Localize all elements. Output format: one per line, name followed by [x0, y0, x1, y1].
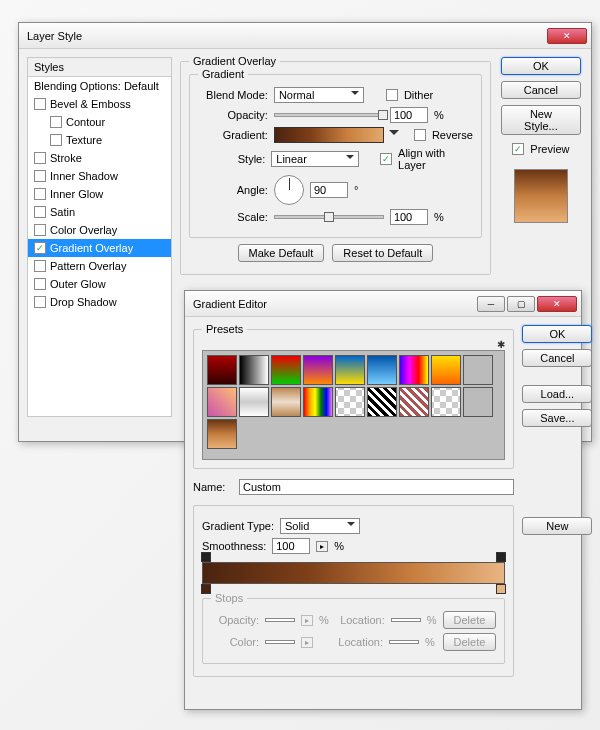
preset-swatch[interactable] — [463, 355, 493, 385]
stop-location-label: Location: — [335, 614, 385, 626]
opacity-label: Opacity: — [198, 109, 268, 121]
checkbox[interactable] — [34, 296, 46, 308]
styles-list: Styles Blending Options: Default Bevel &… — [27, 57, 172, 417]
styles-header[interactable]: Styles — [28, 58, 171, 77]
preset-swatch[interactable] — [463, 387, 493, 417]
preset-swatch[interactable] — [399, 387, 429, 417]
angle-wheel[interactable] — [274, 175, 304, 205]
gradient-type-dropdown[interactable]: Solid — [280, 518, 360, 534]
new-style-button[interactable]: New Style... — [501, 105, 581, 135]
checkbox[interactable] — [34, 188, 46, 200]
style-item-gradient-overlay[interactable]: Gradient Overlay — [28, 239, 171, 257]
angle-input[interactable]: 90 — [310, 182, 348, 198]
preset-swatch[interactable] — [239, 355, 269, 385]
checkbox[interactable] — [34, 206, 46, 218]
reverse-checkbox[interactable] — [414, 129, 426, 141]
color-stop[interactable] — [201, 584, 211, 594]
preset-swatch[interactable] — [207, 387, 237, 417]
checkbox[interactable] — [34, 152, 46, 164]
preset-swatch[interactable] — [303, 355, 333, 385]
gradient-preview[interactable] — [274, 127, 384, 143]
stop-location-input — [389, 640, 419, 644]
style-item-bevel[interactable]: Bevel & Emboss — [28, 95, 171, 113]
cancel-button[interactable]: Cancel — [522, 349, 592, 367]
ok-button[interactable]: OK — [522, 325, 592, 343]
checkbox[interactable] — [34, 260, 46, 272]
ok-button[interactable]: OK — [501, 57, 581, 75]
preset-swatch[interactable] — [207, 419, 237, 449]
preset-swatch[interactable] — [335, 355, 365, 385]
stops-group: Stops Opacity: ▸ % Location: % Delete Co… — [202, 598, 505, 664]
chevron-right-icon[interactable]: ▸ — [316, 541, 328, 552]
layer-style-titlebar[interactable]: Layer Style ✕ — [19, 23, 591, 49]
smoothness-input[interactable]: 100 — [272, 538, 310, 554]
blending-options-item[interactable]: Blending Options: Default — [28, 77, 171, 95]
gradient-type-label: Gradient Type: — [202, 520, 274, 532]
close-icon[interactable]: ✕ — [547, 28, 587, 44]
style-item-pattern-overlay[interactable]: Pattern Overlay — [28, 257, 171, 275]
gradient-editor-titlebar[interactable]: Gradient Editor ─ ▢ ✕ — [185, 291, 581, 317]
gradient-legend: Gradient — [198, 68, 248, 80]
cancel-button[interactable]: Cancel — [501, 81, 581, 99]
blend-mode-label: Blend Mode: — [198, 89, 268, 101]
opacity-stop[interactable] — [201, 552, 211, 562]
preset-swatch[interactable] — [271, 387, 301, 417]
stop-color-label: Color: — [211, 636, 259, 648]
style-item-color-overlay[interactable]: Color Overlay — [28, 221, 171, 239]
style-item-contour[interactable]: Contour — [28, 113, 171, 131]
checkbox[interactable] — [34, 278, 46, 290]
preset-swatch[interactable] — [271, 355, 301, 385]
dither-checkbox[interactable] — [386, 89, 398, 101]
scale-slider[interactable] — [274, 215, 384, 219]
style-dropdown[interactable]: Linear — [271, 151, 359, 167]
align-label: Align with Layer — [398, 147, 473, 171]
style-item-satin[interactable]: Satin — [28, 203, 171, 221]
preset-swatch[interactable] — [399, 355, 429, 385]
style-item-stroke[interactable]: Stroke — [28, 149, 171, 167]
opacity-input[interactable]: 100 — [390, 107, 428, 123]
blend-mode-dropdown[interactable]: Normal — [274, 87, 364, 103]
checkbox[interactable] — [34, 242, 46, 254]
preset-grid[interactable] — [202, 350, 505, 460]
style-item-inner-glow[interactable]: Inner Glow — [28, 185, 171, 203]
scale-label: Scale: — [198, 211, 268, 223]
checkbox[interactable] — [50, 116, 62, 128]
align-checkbox[interactable] — [380, 153, 392, 165]
preset-swatch[interactable] — [431, 387, 461, 417]
close-icon[interactable]: ✕ — [537, 296, 577, 312]
minimize-icon[interactable]: ─ — [477, 296, 505, 312]
opacity-slider[interactable] — [274, 113, 384, 117]
make-default-button[interactable]: Make Default — [238, 244, 325, 262]
checkbox[interactable] — [34, 98, 46, 110]
presets-legend: Presets — [202, 323, 247, 335]
preset-swatch[interactable] — [303, 387, 333, 417]
name-label: Name: — [193, 481, 233, 493]
style-item-drop-shadow[interactable]: Drop Shadow — [28, 293, 171, 311]
gradient-label: Gradient: — [198, 129, 268, 141]
style-item-texture[interactable]: Texture — [28, 131, 171, 149]
save-button[interactable]: Save... — [522, 409, 592, 427]
preset-swatch[interactable] — [335, 387, 365, 417]
checkbox[interactable] — [34, 170, 46, 182]
checkbox[interactable] — [34, 224, 46, 236]
name-input[interactable] — [239, 479, 514, 495]
preset-swatch[interactable] — [367, 355, 397, 385]
checkbox[interactable] — [50, 134, 62, 146]
gradient-bar[interactable] — [202, 562, 505, 584]
reset-default-button[interactable]: Reset to Default — [332, 244, 433, 262]
new-button[interactable]: New — [522, 517, 592, 535]
style-item-outer-glow[interactable]: Outer Glow — [28, 275, 171, 293]
load-button[interactable]: Load... — [522, 385, 592, 403]
preset-swatch[interactable] — [367, 387, 397, 417]
scale-input[interactable]: 100 — [390, 209, 428, 225]
opacity-stop[interactable] — [496, 552, 506, 562]
preset-swatch[interactable] — [207, 355, 237, 385]
gear-icon[interactable] — [497, 338, 505, 350]
stop-opacity-input — [265, 618, 295, 622]
preview-checkbox[interactable] — [512, 143, 524, 155]
style-item-inner-shadow[interactable]: Inner Shadow — [28, 167, 171, 185]
color-stop[interactable] — [496, 584, 506, 594]
maximize-icon[interactable]: ▢ — [507, 296, 535, 312]
preset-swatch[interactable] — [239, 387, 269, 417]
preset-swatch[interactable] — [431, 355, 461, 385]
